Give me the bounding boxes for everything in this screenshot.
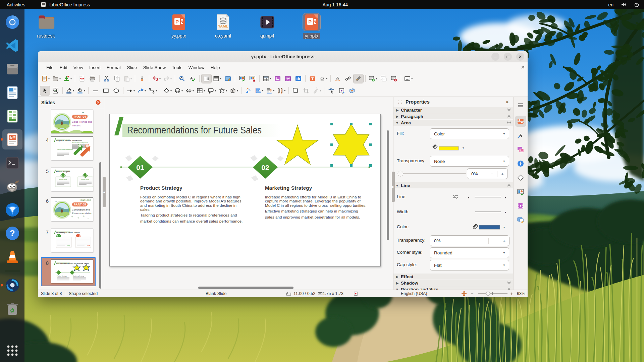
- workspace-horizontal-scrollbar[interactable]: [198, 287, 293, 289]
- rotate-button[interactable]: [244, 86, 253, 95]
- dock-item-thunderbird[interactable]: [2, 200, 22, 220]
- item-heading[interactable]: Product Strategy: [140, 185, 242, 191]
- selection-handle[interactable]: [330, 123, 333, 125]
- desktop-icon-yy.pptx[interactable]: Pyy.pptx: [163, 13, 195, 39]
- hyperlink-button[interactable]: [343, 74, 353, 83]
- slide-thumbnail-8[interactable]: Recommendations for Future SalesProduct …: [51, 259, 93, 283]
- dropdown-arrow-icon[interactable]: ▾: [84, 89, 85, 92]
- dock-item-trash[interactable]: [2, 299, 22, 319]
- close-button[interactable]: ✕: [516, 53, 524, 61]
- power-icon[interactable]: [634, 2, 639, 7]
- fill-transparency-slider[interactable]: [397, 170, 469, 177]
- increase-button[interactable]: +: [499, 238, 509, 244]
- item-paragraph-2[interactable]: Effective marketing strategies can help …: [265, 209, 367, 213]
- dropdown-arrow-icon[interactable]: ▾: [215, 89, 216, 92]
- desktop-icon-qi.mp4[interactable]: qi.mp4: [251, 13, 283, 39]
- callouts-button[interactable]: ▾: [207, 86, 217, 95]
- dropdown-arrow-icon[interactable]: ▾: [159, 77, 161, 80]
- export-pdf-button[interactable]: PDF: [77, 74, 87, 83]
- menu-insert[interactable]: Insert: [86, 63, 104, 72]
- insert-image-button[interactable]: [273, 74, 282, 83]
- clone-formatting-button[interactable]: [137, 74, 147, 83]
- dropdown-arrow-icon[interactable]: ▾: [193, 89, 194, 92]
- flowchart-button[interactable]: ▾: [196, 86, 206, 95]
- menu-format[interactable]: Format: [104, 63, 124, 72]
- display-views-button[interactable]: ▾: [212, 74, 222, 83]
- item-paragraph-3[interactable]: market conditions can enhance overall sa…: [140, 219, 242, 223]
- menu-file[interactable]: File: [43, 63, 57, 72]
- open-button[interactable]: ▾: [51, 74, 62, 83]
- timeline-item-2[interactable]: Marketing Strategy Increase marketing ef…: [265, 185, 367, 219]
- fill-color-button[interactable]: ▾: [76, 86, 86, 95]
- dropdown-arrow-icon[interactable]: ▾: [320, 89, 321, 92]
- save-button[interactable]: ▾: [62, 74, 73, 83]
- print-button[interactable]: [88, 74, 97, 83]
- item-paragraph-2[interactable]: Tailoring product strategies to regional…: [140, 213, 242, 217]
- menu-slide[interactable]: Slide: [124, 63, 140, 72]
- dropdown-arrow-icon[interactable]: ▾: [411, 77, 413, 80]
- window-titlebar[interactable]: yi.pptx - LibreOffice Impress – □ ✕: [38, 51, 528, 62]
- menu-tools[interactable]: Tools: [169, 63, 185, 72]
- display-grid-button[interactable]: [202, 74, 211, 83]
- curves-polygons-button[interactable]: ▾: [137, 86, 147, 95]
- sidebar-tab-gallery[interactable]: [515, 144, 526, 155]
- slide-thumbnail-3[interactable]: PART 04Sales Trends andInsights: [51, 110, 93, 133]
- fill-type-select[interactable]: Color▾: [430, 128, 509, 139]
- line-style-dropdown[interactable]: ▾: [474, 193, 508, 201]
- arrange-button[interactable]: ▾: [265, 86, 275, 95]
- section-area[interactable]: ▼Area: [393, 120, 513, 126]
- timeline-item-1[interactable]: Product Strategy Focus on promoting Mode…: [140, 185, 242, 224]
- glue-points-button[interactable]: [337, 86, 346, 95]
- selection-handle[interactable]: [350, 123, 353, 125]
- selection-handle[interactable]: [330, 164, 333, 167]
- sidebar-collapse-handle[interactable]: ▶: [392, 172, 395, 202]
- rectangle-button[interactable]: [101, 86, 111, 95]
- panel-drag-handle-icon[interactable]: ⋮⋮: [397, 100, 403, 104]
- dock-item-libreoffice-impress[interactable]: [2, 129, 22, 149]
- item-paragraph-3[interactable]: sales and improving market penetration f…: [265, 215, 367, 219]
- dropdown-arrow-icon[interactable]: ▾: [273, 89, 274, 92]
- zoom-slider[interactable]: [477, 291, 508, 296]
- dock-item-vlc[interactable]: [2, 247, 22, 267]
- dock-item-files[interactable]: [2, 59, 22, 79]
- dropdown-arrow-icon[interactable]: ▾: [59, 77, 61, 80]
- slide-thumbnail-4[interactable]: Regional Sales ComparisonSouth China Com…: [51, 136, 93, 160]
- insert-textbox-button[interactable]: T: [308, 74, 317, 83]
- sidebar-tab-slide-transition[interactable]: [515, 214, 526, 225]
- start-current-slide-button[interactable]: [248, 74, 257, 83]
- document-close-icon[interactable]: ✕: [521, 65, 525, 70]
- dropdown-arrow-icon[interactable]: ▾: [284, 89, 285, 92]
- item-heading[interactable]: Marketing Strategy: [265, 185, 367, 191]
- find-replace-button[interactable]: [177, 74, 187, 83]
- selection-handle[interactable]: [330, 143, 333, 146]
- copy-button[interactable]: [112, 74, 122, 83]
- spelling-button[interactable]: A: [187, 74, 197, 83]
- menu-edit[interactable]: Edit: [57, 63, 70, 72]
- master-slide-button[interactable]: [223, 74, 233, 83]
- dropdown-arrow-icon[interactable]: ▾: [156, 89, 157, 92]
- section-line[interactable]: ▼Line: [393, 182, 513, 189]
- slide-thumbnail-6[interactable]: PART 05Conclusion andRecommendationYOUR …: [51, 197, 93, 221]
- insert-chart-button[interactable]: [293, 74, 303, 83]
- dock-item-show-applications[interactable]: [2, 341, 22, 361]
- 3d-objects-button[interactable]: ▾: [229, 86, 239, 95]
- slide-canvas[interactable]: 01 02 Recommendations for Future Sales P…: [109, 114, 381, 266]
- zoom-in-button[interactable]: +: [510, 291, 513, 296]
- insert-media-button[interactable]: [283, 74, 293, 83]
- minimize-button[interactable]: –: [491, 53, 499, 61]
- new-slide-button[interactable]: ▾: [368, 74, 378, 83]
- lines-arrows-button[interactable]: ▾: [125, 86, 136, 95]
- desktop-icon-rustdesk[interactable]: rustdesk: [30, 13, 62, 39]
- dropdown-arrow-icon[interactable]: ▾: [270, 77, 271, 80]
- maximize-button[interactable]: □: [504, 53, 512, 61]
- dropdown-arrow-icon[interactable]: ▾: [181, 89, 183, 92]
- gear-icon[interactable]: [507, 183, 511, 187]
- item-paragraph-1[interactable]: Focus on promoting Model C in regions wh…: [140, 195, 242, 212]
- slides-pane-collapse-handle[interactable]: ◀: [103, 177, 106, 207]
- dropdown-arrow-icon[interactable]: ▾: [262, 89, 263, 92]
- dropdown-arrow-icon[interactable]: ▾: [376, 77, 377, 80]
- status-zoom-level[interactable]: 63%: [517, 291, 525, 296]
- sidebar-tab-master-slides[interactable]: [515, 186, 526, 197]
- dock-item-libreoffice-calc[interactable]: [2, 106, 22, 126]
- slide-thumbnail-5[interactable]: Market InsightsMarket ShareMarket Share: [51, 168, 93, 191]
